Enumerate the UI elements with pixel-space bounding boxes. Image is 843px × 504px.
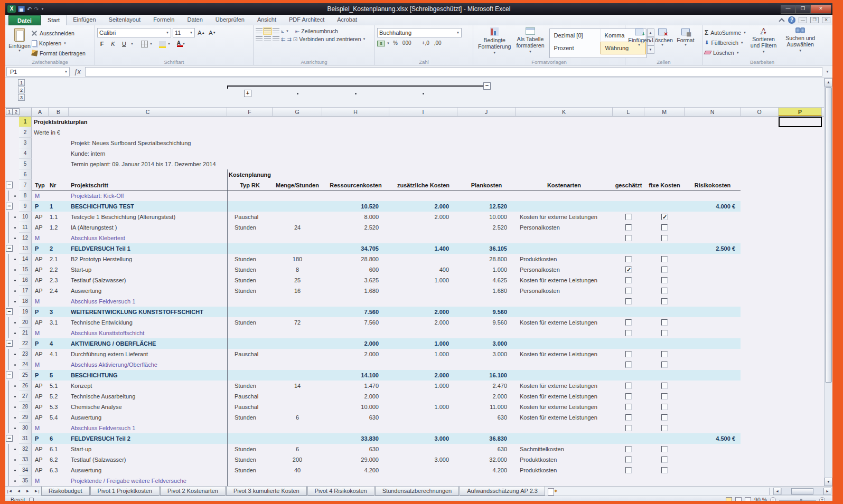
row-header-31[interactable]: 31 <box>19 433 32 444</box>
cell[interactable] <box>273 191 322 201</box>
cell[interactable] <box>273 359 322 370</box>
cell[interactable] <box>613 201 644 212</box>
cell[interactable] <box>741 254 779 264</box>
cell[interactable]: Testlauf (Salzwasser) <box>69 275 227 286</box>
cell[interactable] <box>779 317 822 328</box>
cell[interactable]: 3.000 <box>457 338 516 349</box>
cell[interactable]: Start-up <box>69 444 227 454</box>
row-header-27[interactable]: 27 <box>19 391 32 402</box>
row-header-33[interactable]: 33 <box>19 454 32 465</box>
cell[interactable]: 10.520 <box>322 201 389 212</box>
cell[interactable]: 1.680 <box>322 286 389 296</box>
cell[interactable] <box>613 317 644 328</box>
row-header-6[interactable]: 6 <box>19 169 32 180</box>
cell[interactable]: Personalkosten <box>516 286 613 296</box>
row-header-1[interactable]: 1 <box>19 117 32 127</box>
cell[interactable] <box>741 212 779 222</box>
selected-cell-P1[interactable] <box>779 117 822 127</box>
underline-button[interactable]: U <box>119 39 129 49</box>
cell[interactable] <box>227 296 273 307</box>
copy-button[interactable]: Kopieren ▼ <box>32 39 86 47</box>
geschaetzt-checkbox[interactable] <box>625 277 632 283</box>
cell[interactable]: 2.000 <box>322 349 389 359</box>
cell[interactable]: Stunden <box>227 465 273 476</box>
cell[interactable] <box>273 370 322 381</box>
column-header-N[interactable]: N <box>685 108 741 116</box>
cell[interactable] <box>779 370 822 381</box>
cell[interactable] <box>389 391 457 402</box>
cell[interactable]: AP <box>32 275 49 286</box>
cell[interactable] <box>779 264 822 275</box>
comma-style-button[interactable]: 000 <box>401 39 413 47</box>
cell[interactable]: M <box>32 423 49 433</box>
cell[interactable]: Testlauf (Salzwasser) <box>69 454 227 465</box>
cell[interactable]: Menge/Stunden <box>273 180 322 191</box>
cell[interactable] <box>273 349 322 359</box>
cell[interactable] <box>49 328 69 338</box>
cell[interactable]: Projektende / Freigabe weitere Feldversu… <box>69 476 227 486</box>
cell[interactable]: 6.2 <box>49 454 69 465</box>
cell[interactable]: M <box>32 476 49 486</box>
cell[interactable] <box>741 307 779 317</box>
cell[interactable]: 28.800 <box>457 254 516 264</box>
cell[interactable]: Testcycle 1 Beschichtung (Alterungstest) <box>69 212 227 222</box>
vertical-scrollbar[interactable]: ▲ ▼ <box>824 78 832 486</box>
collapse-rows-button[interactable]: − <box>6 340 13 347</box>
cell[interactable] <box>49 359 69 370</box>
fixe-kosten-checkbox[interactable] <box>661 267 668 273</box>
cell[interactable] <box>741 328 779 338</box>
cell[interactable]: 2.520 <box>457 222 516 233</box>
row-header-29[interactable]: 29 <box>19 412 32 423</box>
cell[interactable] <box>389 412 457 423</box>
cell[interactable]: Stunden <box>227 254 273 264</box>
cut-button[interactable]: Ausschneiden <box>32 28 86 37</box>
cell[interactable] <box>273 212 322 222</box>
row-header-15[interactable]: 15 <box>19 264 32 275</box>
cell[interactable] <box>741 476 779 486</box>
select-all-corner[interactable] <box>19 108 32 116</box>
cell[interactable] <box>644 423 685 433</box>
conditional-formatting-button[interactable]: Bedingte Formatierung▼ <box>475 26 513 58</box>
workbook-minimize-icon[interactable]: — <box>799 17 807 23</box>
cell[interactable] <box>49 296 69 307</box>
insert-cells-button[interactable]: + Einfügen▼ <box>627 26 651 58</box>
cell[interactable] <box>227 233 273 243</box>
cell[interactable] <box>779 412 822 423</box>
cell[interactable]: P <box>32 243 49 254</box>
shrink-font-button[interactable]: A▼ <box>208 28 217 37</box>
cell[interactable]: 1.000 <box>389 349 457 359</box>
ribbon-tab-start[interactable]: Start <box>41 15 67 25</box>
cell[interactable]: AP <box>32 349 49 359</box>
cell[interactable]: 9.560 <box>457 307 516 317</box>
column-header-B[interactable]: B <box>49 108 69 116</box>
cell[interactable] <box>644 381 685 391</box>
cell[interactable]: 6 <box>49 433 69 444</box>
cell[interactable]: 2.000 <box>389 317 457 328</box>
fixe-kosten-checkbox[interactable] <box>661 235 668 241</box>
cell[interactable]: 5.1 <box>49 381 69 391</box>
cell[interactable] <box>741 264 779 275</box>
cell[interactable] <box>516 433 613 444</box>
cell[interactable] <box>685 359 741 370</box>
cell[interactable] <box>741 359 779 370</box>
geschaetzt-checkbox[interactable] <box>625 404 632 410</box>
cell[interactable] <box>779 201 822 212</box>
cell[interactable]: Projektschritt <box>69 180 227 191</box>
cell[interactable]: Kosten für externe Leistungen <box>516 412 613 423</box>
hscroll-thumb[interactable] <box>791 488 813 495</box>
align-middle-icon[interactable] <box>264 28 271 34</box>
cell[interactable]: geschätzt <box>613 180 644 191</box>
cell[interactable] <box>613 444 644 454</box>
font-family-select[interactable]: Calibri▼ <box>97 28 171 37</box>
cell[interactable] <box>322 191 389 201</box>
cell[interactable] <box>644 338 685 349</box>
cell[interactable]: 28.800 <box>322 254 389 264</box>
cell[interactable] <box>644 402 685 412</box>
cell[interactable]: Durchführung extern Lieferant <box>69 349 227 359</box>
cell[interactable]: Typ <box>32 180 49 191</box>
cell[interactable]: AP <box>32 254 49 264</box>
cell[interactable]: IA (Alterungstest ) <box>69 222 227 233</box>
column-header-G[interactable]: G <box>273 108 322 116</box>
bold-button[interactable]: F <box>97 39 107 49</box>
cell[interactable] <box>273 476 322 486</box>
